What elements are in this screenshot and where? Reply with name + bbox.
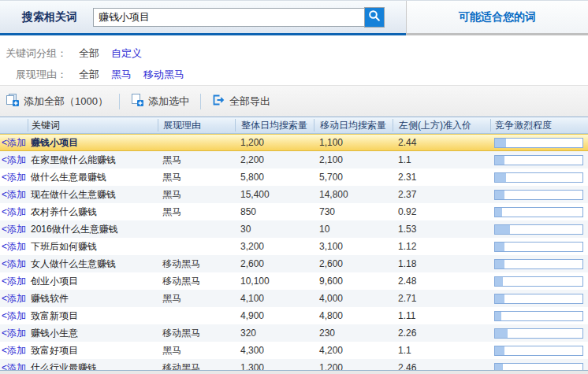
overall-volume-cell: 4,300: [235, 345, 314, 356]
mobile-volume-cell: 4,800: [314, 310, 393, 321]
competition-bar-fill: [495, 364, 503, 371]
magnifier-icon: [368, 9, 381, 24]
overall-volume-cell: 2,600: [235, 258, 314, 269]
keyword-cell: 什么行业最赚钱: [28, 361, 158, 371]
table-row[interactable]: <添加 做什么生意最赚钱 黑马 5,800 5,700 2.31: [0, 168, 588, 186]
table-row[interactable]: <添加 下班后如何赚钱 3,200 3,100 1.12: [0, 238, 588, 255]
reason-cell: 移动黑马: [158, 275, 235, 288]
reason-cell: 黑马: [158, 154, 235, 167]
competition-bar-fill: [495, 156, 504, 165]
table-row[interactable]: <添加 致富新项目 4,900 4,800 1.11: [0, 307, 588, 324]
entry-bid-cell: 2.26: [393, 328, 490, 339]
add-keyword-link[interactable]: <添加: [0, 292, 28, 305]
table-row[interactable]: <添加 创业小项目 移动黑马 10,100 9,600 2.48: [0, 272, 588, 290]
overall-volume-cell: 4,900: [235, 310, 314, 321]
add-keyword-link[interactable]: <添加: [0, 154, 28, 167]
table-row[interactable]: <添加 赚钱小项目 1,200 1,100 2.44: [0, 134, 588, 151]
competition-cell: [490, 155, 588, 165]
reason-cell: 黑马: [158, 206, 235, 219]
show-reason-option-all[interactable]: 全部: [79, 68, 99, 82]
add-keyword-link[interactable]: <添加: [0, 240, 28, 254]
competition-bar: [494, 363, 583, 371]
table-row[interactable]: <添加 女人做什么生意赚钱 移动黑马 2,600 2,600 1.18: [0, 255, 588, 272]
entry-bid-cell: 1.18: [393, 258, 490, 269]
add-keyword-link[interactable]: <添加: [0, 361, 28, 371]
column-header-mobile-volume: 移动日均搜索量: [314, 119, 393, 131]
mobile-volume-cell: 1,200: [314, 362, 393, 370]
keyword-cell: 赚钱小项目: [28, 136, 158, 150]
add-selected-label: 添加选中: [148, 94, 189, 109]
add-keyword-link[interactable]: <添加: [0, 344, 28, 357]
keyword-cell: 致富好项目: [28, 344, 158, 357]
search-button[interactable]: [364, 7, 385, 28]
competition-bar-fill: [495, 139, 506, 147]
add-keyword-link[interactable]: <添加: [0, 257, 28, 271]
competition-bar: [494, 311, 583, 321]
competition-bar-fill: [495, 346, 504, 355]
table-body: <添加 赚钱小项目 1,200 1,100 2.44 <添加 在家里做什么能赚钱…: [0, 134, 588, 370]
competition-bar-fill: [495, 329, 508, 338]
add-keyword-link[interactable]: <添加: [0, 188, 28, 202]
page-plus-icon: [131, 94, 143, 109]
overall-volume-cell: 1,300: [235, 362, 314, 370]
add-keyword-link[interactable]: <添加: [0, 206, 28, 219]
mobile-volume-cell: 10: [314, 224, 393, 235]
add-keyword-link[interactable]: <添加: [0, 309, 28, 323]
overall-volume-cell: 15,400: [235, 189, 314, 200]
add-keyword-link[interactable]: <添加: [0, 327, 28, 340]
table-row[interactable]: <添加 2016做什么生意赚钱 30 10 1.53: [0, 220, 588, 238]
competition-bar: [494, 224, 583, 235]
competition-bar: [494, 276, 583, 287]
mobile-volume-cell: 1,100: [314, 137, 393, 148]
add-keyword-link[interactable]: <添加: [0, 136, 28, 150]
add-selected-button[interactable]: 添加选中: [120, 94, 200, 109]
keyword-cell: 在家里做什么能赚钱: [28, 154, 158, 167]
table-row[interactable]: <添加 致富好项目 黑马 4,300 4,200 1.1: [0, 342, 588, 359]
table-row[interactable]: <添加 赚钱软件 黑马 4,100 4,000 2.71: [0, 290, 588, 307]
tab-suggested-words[interactable]: 可能适合您的词: [406, 1, 588, 35]
competition-bar-fill: [495, 294, 504, 303]
search-input[interactable]: [93, 8, 364, 27]
competition-cell: [490, 311, 588, 321]
table-row[interactable]: <添加 现在做什么生意赚钱 黑马 15,400 14,800 2.37: [0, 186, 588, 203]
competition-bar: [494, 328, 583, 339]
tab-suggested-words-label: 可能适合您的词: [459, 10, 536, 24]
competition-cell: [490, 363, 588, 371]
competition-cell: [490, 276, 588, 287]
add-all-button[interactable]: 添加全部（1000）: [0, 94, 119, 109]
export-all-button[interactable]: 全部导出: [201, 94, 281, 109]
keyword-group-label: 关键词分组：: [0, 46, 67, 61]
add-keyword-link[interactable]: <添加: [0, 171, 28, 184]
keyword-tool-panel: 搜索相关词 可能适合您的词 关键词分组： 全部 自定义: [0, 0, 588, 374]
table-header: 关键词 展现理由 整体日均搜索量 移动日均搜索量 左侧(上方)准入价 竞争激烈程…: [0, 117, 588, 134]
show-reason-label: 展现理由：: [0, 68, 67, 82]
reason-cell: 黑马: [158, 292, 235, 305]
keyword-group-option-custom[interactable]: 自定义: [111, 46, 142, 61]
overall-volume-cell: 1,200: [235, 137, 314, 148]
mobile-volume-cell: 14,800: [314, 189, 393, 200]
entry-bid-cell: 2.48: [393, 276, 490, 287]
table-row[interactable]: <添加 农村养什么赚钱 黑马 850 730 0.92: [0, 203, 588, 220]
toolbar: 添加全部（1000） 添加选中 全部导出: [0, 85, 588, 117]
add-keyword-link[interactable]: <添加: [0, 275, 28, 288]
competition-cell: [490, 346, 588, 356]
table-row[interactable]: <添加 在家里做什么能赚钱 黑马 2,200 2,100 1.1: [0, 151, 588, 168]
keyword-group-option-all[interactable]: 全部: [79, 46, 99, 61]
competition-bar-fill: [495, 225, 510, 234]
entry-bid-cell: 1.53: [393, 224, 490, 235]
competition-bar: [494, 138, 583, 148]
entry-bid-cell: 2.44: [393, 137, 490, 148]
keyword-cell: 赚钱小生意: [28, 327, 158, 340]
competition-cell: [490, 328, 588, 339]
competition-cell: [490, 259, 588, 269]
table-row[interactable]: <添加 什么行业最赚钱 移动黑马 1,300 1,200 2.46: [0, 359, 588, 370]
filter-row-show-reason: 展现理由： 全部 黑马 移动黑马: [0, 64, 588, 85]
overall-volume-cell: 4,100: [235, 293, 314, 304]
overall-volume-cell: 3,200: [235, 241, 314, 252]
table-row[interactable]: <添加 赚钱小生意 移动黑马 320 230 2.26: [0, 324, 588, 342]
show-reason-option-mobile-heima[interactable]: 移动黑马: [143, 68, 184, 82]
show-reason-option-heima[interactable]: 黑马: [111, 68, 132, 82]
add-keyword-link[interactable]: <添加: [0, 223, 28, 236]
reason-cell: 黑马: [158, 171, 235, 184]
entry-bid-cell: 1.1: [393, 345, 490, 356]
